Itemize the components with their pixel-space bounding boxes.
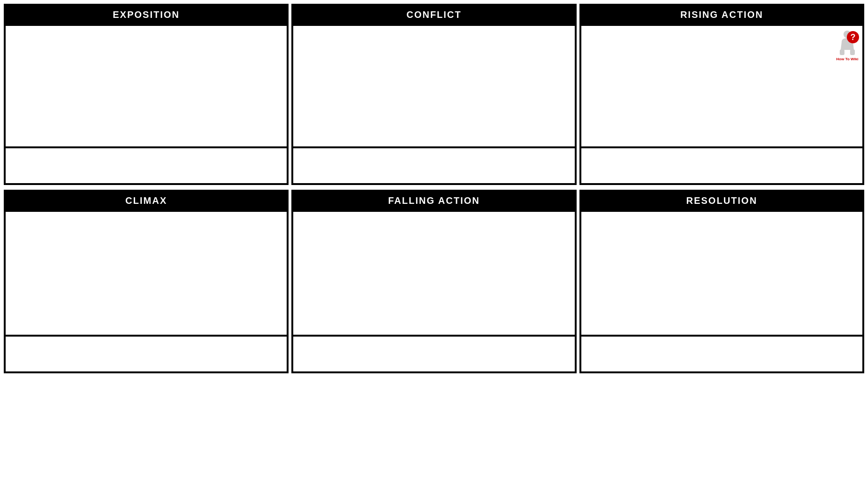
- story-map-grid: EXPOSITION CONFLICT RISING ACTION: [4, 4, 864, 373]
- section-rising-action: RISING ACTION ? How To Wiki: [579, 4, 864, 185]
- section-resolution: RESOLUTION: [579, 190, 864, 373]
- resolution-header: RESOLUTION: [580, 191, 863, 211]
- watermark: ? How To Wiki: [835, 29, 860, 61]
- conflict-sub-area[interactable]: [292, 147, 575, 184]
- top-row: EXPOSITION CONFLICT RISING ACTION: [4, 4, 864, 185]
- climax-sub-area[interactable]: [5, 336, 288, 372]
- resolution-main-area[interactable]: [580, 211, 863, 336]
- falling-action-sub-area[interactable]: [292, 336, 575, 372]
- climax-header: CLIMAX: [5, 191, 288, 211]
- svg-rect-2: [850, 49, 855, 55]
- conflict-main-area[interactable]: [292, 25, 575, 147]
- section-conflict: CONFLICT: [291, 4, 576, 185]
- rising-action-header: RISING ACTION: [580, 5, 863, 25]
- rising-action-sub-area[interactable]: [580, 147, 863, 184]
- exposition-header: EXPOSITION: [5, 5, 288, 25]
- section-climax: CLIMAX: [4, 190, 289, 373]
- svg-text:?: ?: [850, 32, 855, 42]
- section-exposition: EXPOSITION: [4, 4, 289, 185]
- bottom-row: CLIMAX FALLING ACTION RESOLUTION: [4, 190, 864, 373]
- exposition-sub-area[interactable]: [5, 147, 288, 184]
- exposition-main-area[interactable]: [5, 25, 288, 147]
- climax-main-area[interactable]: [5, 211, 288, 336]
- watermark-label: How To Wiki: [835, 57, 860, 61]
- resolution-sub-area[interactable]: [580, 336, 863, 372]
- falling-action-main-area[interactable]: [292, 211, 575, 336]
- svg-rect-1: [840, 49, 844, 55]
- falling-action-header: FALLING ACTION: [292, 191, 575, 211]
- conflict-header: CONFLICT: [292, 5, 575, 25]
- section-falling-action: FALLING ACTION: [291, 190, 576, 373]
- rising-action-main-area[interactable]: ? How To Wiki: [580, 25, 863, 147]
